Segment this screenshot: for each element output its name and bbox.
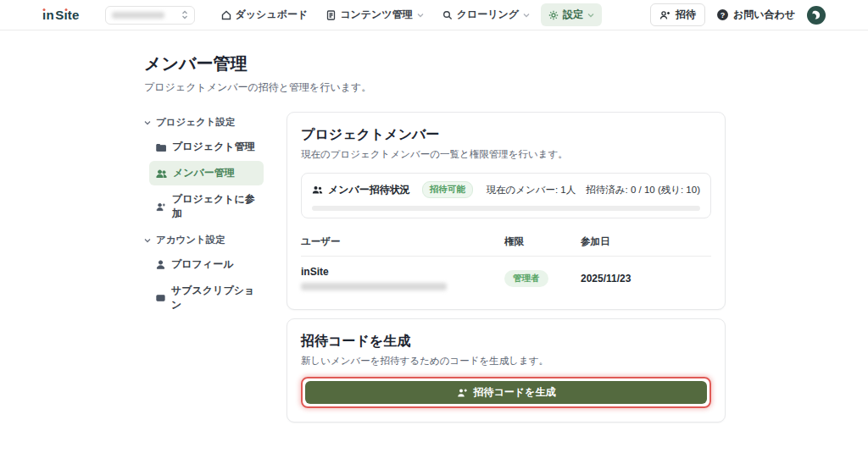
user-plus-icon — [156, 202, 166, 212]
members-card-title: プロジェクトメンバー — [301, 126, 711, 144]
chevron-down-icon — [144, 238, 151, 243]
role-badge: 管理者 — [504, 270, 548, 287]
credit-card-icon — [156, 294, 165, 302]
app-logo[interactable]: ın Sıte — [42, 8, 80, 22]
sidebar-item-project-management[interactable]: プロジェクト管理 — [149, 135, 264, 159]
blurred-project-name — [112, 12, 164, 19]
contact-link[interactable]: ? お問い合わせ — [717, 8, 795, 22]
chevron-down-icon — [587, 13, 594, 18]
user-icon — [156, 260, 165, 269]
chevron-down-icon — [417, 13, 424, 18]
invite-status-label: メンバー招待状況 — [328, 183, 410, 197]
sidebar-section-project: プロジェクト設定 プロジェクト管理 メンバー管理 プロジェクトに参加 — [144, 112, 264, 226]
sidebar-item-label: プロジェクト管理 — [172, 140, 255, 154]
invite-available-badge: 招待可能 — [422, 181, 473, 198]
sidebar-item-member-management[interactable]: メンバー管理 — [149, 161, 264, 185]
nav-settings[interactable]: 設定 — [541, 3, 602, 26]
users-icon — [156, 169, 167, 178]
navbar-right: 招待 ? お問い合わせ — [650, 3, 826, 26]
users-icon — [312, 185, 323, 194]
user-plus-icon — [457, 388, 468, 398]
content-area: プロジェクト設定 プロジェクト管理 メンバー管理 プロジェクトに参加 — [144, 112, 726, 423]
avatar-glyph-icon — [810, 9, 822, 21]
project-members-card: プロジェクトメンバー 現在のプロジェクトメンバーの一覧と権限管理を行います。 メ… — [287, 112, 726, 310]
members-table: ユーザー 権限 参加日 inSite 管理者 2025/11/23 — [301, 230, 711, 296]
col-role: 権限 — [504, 235, 581, 248]
members-table-header: ユーザー 権限 参加日 — [301, 230, 711, 257]
current-members-count: 現在のメンバー: 1人 — [486, 184, 576, 196]
document-icon — [326, 10, 336, 20]
folder-icon — [156, 143, 166, 152]
nav-settings-label: 設定 — [563, 8, 583, 22]
generate-button-label: 招待コードを生成 — [474, 385, 556, 400]
invite-button[interactable]: 招待 — [650, 3, 705, 26]
sidebar-item-subscription[interactable]: サブスクリプション — [149, 279, 264, 318]
members-card-subtitle: 現在のプロジェクトメンバーの一覧と権限管理を行います。 — [301, 148, 711, 161]
highlight-annotation: 招待コードを生成 — [301, 377, 711, 408]
invite-card-subtitle: 新しいメンバーを招待するためのコードを生成します。 — [301, 355, 711, 367]
contact-label: お問い合わせ — [733, 8, 795, 22]
user-avatar[interactable] — [807, 6, 826, 25]
member-user-cell: inSite — [301, 266, 504, 290]
page-title: メンバー管理 — [144, 52, 868, 75]
col-user: ユーザー — [301, 235, 504, 248]
invite-progress-bar — [312, 206, 700, 211]
sidebar-section-account-header[interactable]: アカウント設定 — [144, 229, 264, 251]
chevron-down-icon — [523, 13, 530, 18]
question-icon: ? — [717, 9, 728, 20]
invite-button-label: 招待 — [676, 8, 696, 22]
gear-icon — [548, 10, 559, 20]
sidebar-item-profile[interactable]: プロフィール — [149, 252, 264, 277]
sidebar-item-label: サブスクリプション — [171, 284, 257, 312]
caret-updown-icon — [181, 10, 188, 19]
nav-dashboard[interactable]: ダッシュボード — [214, 3, 316, 26]
member-role-cell: 管理者 — [504, 269, 581, 287]
col-joined: 参加日 — [581, 235, 711, 248]
generate-invite-code-button[interactable]: 招待コードを生成 — [305, 381, 707, 404]
invited-count: 招待済み: 0 / 10 (残り: 10) — [586, 184, 700, 196]
nav-content-management[interactable]: コンテンツ管理 — [319, 3, 431, 26]
main-nav: ダッシュボード コンテンツ管理 クローリング 設定 — [214, 3, 603, 26]
invite-code-card: 招待コードを生成 新しいメンバーを招待するためのコードを生成します。 招待コード… — [287, 318, 726, 423]
member-name: inSite — [301, 266, 504, 278]
chevron-down-icon — [144, 120, 151, 125]
nav-crawling[interactable]: クローリング — [435, 3, 537, 26]
blurred-member-email — [301, 283, 447, 290]
settings-sidebar: プロジェクト設定 プロジェクト管理 メンバー管理 プロジェクトに参加 — [144, 112, 264, 321]
app-window: ın Sıte ダッシュボード コンテンツ管理 クローリング 設定 — [0, 0, 868, 453]
search-icon — [442, 10, 453, 20]
sidebar-section-account: アカウント設定 プロフィール サブスクリプション — [144, 229, 264, 318]
sidebar-section-project-header[interactable]: プロジェクト設定 — [144, 112, 264, 133]
top-navbar: ın Sıte ダッシュボード コンテンツ管理 クローリング 設定 — [0, 0, 868, 30]
invite-card-title: 招待コードを生成 — [301, 333, 711, 351]
nav-content-label: コンテンツ管理 — [340, 8, 412, 22]
page-header: メンバー管理 プロジェクトメンバーの招待と管理を行います。 — [144, 52, 868, 95]
sidebar-item-label: プロジェクトに参加 — [172, 192, 257, 221]
home-icon — [221, 10, 231, 20]
page-subtitle: プロジェクトメンバーの招待と管理を行います。 — [144, 80, 868, 95]
nav-crawling-label: クローリング — [457, 8, 519, 22]
sidebar-section-account-label: アカウント設定 — [156, 234, 225, 246]
sidebar-section-project-label: プロジェクト設定 — [156, 116, 236, 129]
main-panel: プロジェクトメンバー 現在のプロジェクトメンバーの一覧と権限管理を行います。 メ… — [287, 112, 726, 423]
sidebar-item-label: プロフィール — [171, 257, 233, 272]
sidebar-item-label: メンバー管理 — [173, 166, 235, 180]
member-join-date: 2025/11/23 — [581, 273, 711, 285]
nav-dashboard-label: ダッシュボード — [236, 8, 309, 22]
invite-status-box: メンバー招待状況 招待可能 現在のメンバー: 1人 招待済み: 0 / 10 (… — [301, 173, 711, 218]
project-selector[interactable] — [105, 6, 195, 25]
sidebar-item-join-project[interactable]: プロジェクトに参加 — [149, 187, 264, 226]
user-plus-icon — [659, 10, 670, 20]
table-row: inSite 管理者 2025/11/23 — [301, 257, 711, 296]
